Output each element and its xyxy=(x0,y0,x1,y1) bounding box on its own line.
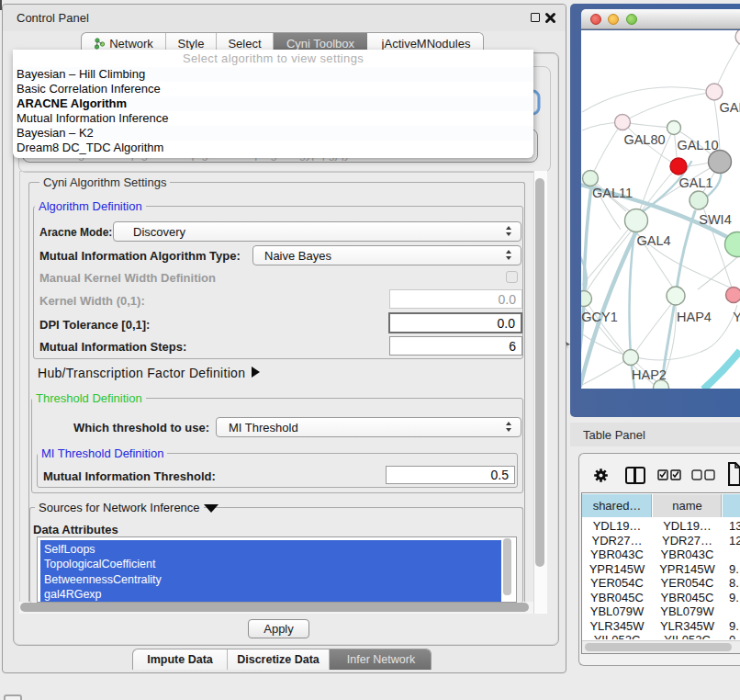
svg-text:GAL7: GAL7 xyxy=(719,100,740,115)
svg-text:GAL80: GAL80 xyxy=(623,132,665,147)
svg-text:GAL10: GAL10 xyxy=(677,138,718,152)
svg-text:GAL4: GAL4 xyxy=(636,233,670,248)
svg-text:GAL11: GAL11 xyxy=(592,186,633,200)
svg-text:GAL1: GAL1 xyxy=(678,175,712,190)
svg-text:Y: Y xyxy=(733,310,740,324)
svg-text:SWI4: SWI4 xyxy=(699,212,731,227)
svg-text:HAP4: HAP4 xyxy=(677,310,712,324)
svg-text:GCY1: GCY1 xyxy=(581,310,618,324)
svg-text:HAP2: HAP2 xyxy=(632,367,667,382)
